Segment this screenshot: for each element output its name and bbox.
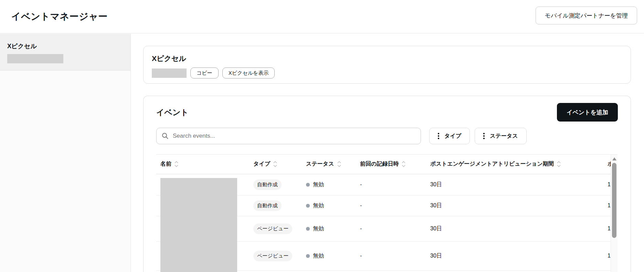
top-header: イベントマネージャー モバイル測定パートナーを管理: [0, 0, 644, 33]
events-controls-row: タイプ ステータス: [156, 128, 618, 144]
event-type-badge: ページビュー: [253, 251, 292, 261]
redacted-pixel-code: [152, 69, 187, 78]
attribution-window-cell: 30日: [430, 174, 608, 195]
table-header-row: 名前タイプステータス前回の記録日時ポストエンゲージメントアトリビューション期間ポ: [156, 155, 617, 174]
main-content: Xピクセル コピー Xピクセルを表示 イベント イベントを追加: [131, 34, 644, 272]
type-filter-label: タイプ: [444, 133, 461, 140]
kebab-icon: [483, 133, 485, 139]
status-dot-icon: [306, 204, 310, 208]
status-dot-icon: [306, 183, 310, 187]
search-input[interactable]: [156, 128, 421, 144]
event-type-badge: 自動作成: [253, 179, 282, 190]
attribution-window-cell: 30日: [430, 195, 608, 216]
events-title: イベント: [156, 107, 189, 118]
events-card: イベント イベントを追加 タイプ ステータス: [143, 96, 631, 272]
status-label: 無効: [313, 202, 324, 209]
sort-icon[interactable]: [557, 161, 561, 167]
add-event-button[interactable]: イベントを追加: [557, 103, 618, 122]
status-dot-icon: [306, 254, 310, 258]
sidebar-item-x-pixel[interactable]: Xピクセル: [0, 34, 130, 71]
scrollbar-up-arrow-icon[interactable]: [612, 157, 616, 160]
status-filter-button[interactable]: ステータス: [475, 128, 527, 144]
search-box: [156, 128, 421, 144]
last-recorded-cell: -: [360, 174, 430, 195]
event-type-badge: 自動作成: [253, 200, 282, 211]
column-header[interactable]: タイプ: [253, 155, 306, 174]
event-type-cell: 自動作成: [253, 174, 306, 195]
redacted-event-names: [160, 178, 237, 272]
status-label: 無効: [313, 252, 324, 260]
last-recorded-cell: -: [360, 195, 430, 216]
event-status-cell: 無効: [306, 241, 360, 270]
column-header-label: 名前: [160, 160, 171, 168]
sort-icon[interactable]: [273, 161, 277, 167]
event-status-cell: 無効: [306, 216, 360, 241]
pixel-card-title: Xピクセル: [152, 54, 622, 63]
event-type-cell: ページビュー: [253, 241, 306, 270]
sort-icon[interactable]: [337, 161, 341, 167]
show-pixel-button[interactable]: Xピクセルを表示: [222, 67, 275, 79]
last-recorded-cell: -: [360, 216, 430, 241]
event-type-cell: 自動作成: [253, 195, 306, 216]
kebab-icon: [438, 133, 439, 139]
column-header-label: 前回の記録日時: [360, 160, 399, 168]
sort-icon[interactable]: [402, 161, 405, 167]
last-recorded-cell: -: [360, 241, 430, 270]
column-header[interactable]: ポストエンゲージメントアトリビューション期間: [430, 155, 608, 174]
sidebar: Xピクセル: [0, 34, 131, 272]
status-dot-icon: [306, 227, 310, 231]
column-header[interactable]: 前回の記録日時: [360, 155, 430, 174]
type-filter-button[interactable]: タイプ: [429, 128, 470, 144]
sort-icon[interactable]: [175, 161, 178, 167]
event-status-cell: 無効: [306, 195, 360, 216]
status-filter-label: ステータス: [490, 133, 518, 140]
events-table-container: 名前タイプステータス前回の記録日時ポストエンゲージメントアトリビューション期間ポ…: [156, 154, 617, 272]
status-label: 無効: [313, 225, 324, 232]
column-header[interactable]: 名前: [156, 155, 253, 174]
events-card-header: イベント イベントを追加: [156, 103, 618, 122]
column-header-label: ステータス: [306, 160, 334, 168]
attribution-window-cell: 30日: [430, 241, 608, 270]
status-label: 無効: [313, 181, 324, 188]
pixel-card-actions: コピー Xピクセルを表示: [152, 67, 622, 79]
search-icon: [162, 133, 169, 139]
attribution-window-cell: 30日: [430, 216, 608, 241]
column-header-label: ポストエンゲージメントアトリビューション期間: [430, 160, 554, 168]
column-header[interactable]: ステータス: [306, 155, 360, 174]
pixel-card: Xピクセル コピー Xピクセルを表示: [143, 46, 631, 84]
sidebar-item-label: Xピクセル: [7, 42, 124, 50]
column-header-label: タイプ: [253, 160, 270, 168]
manage-mobile-partners-button[interactable]: モバイル測定パートナーを管理: [536, 7, 637, 24]
event-status-cell: 無効: [306, 174, 360, 195]
copy-button[interactable]: コピー: [190, 67, 219, 79]
event-type-cell: ページビュー: [253, 216, 306, 241]
table-vertical-scrollbar[interactable]: [611, 155, 617, 272]
event-type-badge: ページビュー: [253, 223, 292, 234]
event-manager-page: イベントマネージャー モバイル測定パートナーを管理 Xピクセル Xピクセル コピ…: [0, 0, 644, 272]
page-title: イベントマネージャー: [11, 10, 108, 23]
redacted-pixel-id: [7, 54, 63, 63]
scrollbar-thumb[interactable]: [612, 163, 616, 238]
